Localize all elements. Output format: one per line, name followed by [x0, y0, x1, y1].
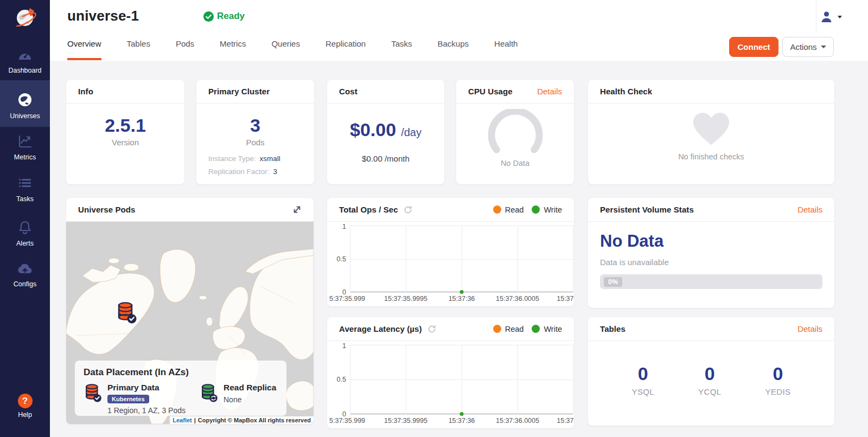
heart-icon [692, 112, 730, 146]
tab-overview[interactable]: Overview [67, 39, 101, 60]
yedis-stat: 0 YEDIS [765, 364, 791, 396]
primary-data-label: Primary Data [107, 383, 186, 393]
status-text: Ready [217, 11, 245, 22]
refresh-icon[interactable] [404, 205, 412, 214]
user-menu[interactable] [820, 11, 842, 23]
write-legend-dot [532, 325, 540, 333]
primary-cluster-map-marker[interactable] [116, 301, 137, 327]
read-replica-detail: None [224, 395, 276, 404]
x-tick: 5:37:35.999 [329, 417, 365, 425]
tab-pods[interactable]: Pods [176, 39, 194, 60]
sidebar-item-label: Metrics [14, 153, 36, 161]
primary-cluster-card: Primary Cluster 3 Pods Instance Type:xsm… [196, 80, 314, 184]
tab-tasks[interactable]: Tasks [391, 39, 412, 60]
expand-icon[interactable] [292, 205, 302, 214]
tab-replication[interactable]: Replication [326, 39, 366, 60]
x-tick: 15:37:36.0005 [496, 295, 539, 303]
sidebar-item-universes[interactable]: Universes [0, 80, 50, 127]
read-legend-dot [493, 205, 501, 214]
average-latency-card: Average Latency (µs) Read Write 1 0.5 [327, 317, 574, 428]
tables-details-link[interactable]: Details [797, 324, 822, 333]
tab-metrics[interactable]: Metrics [220, 39, 246, 60]
tab-tables[interactable]: Tables [127, 39, 150, 60]
chart-title: Average Latency (µs) [339, 324, 422, 333]
cost-per-day-value: $0.00 [350, 120, 396, 140]
tab-queries[interactable]: Queries [271, 39, 300, 60]
sidebar-item-label: Configs [14, 280, 36, 288]
cpu-details-link[interactable]: Details [537, 87, 562, 96]
card-title: Primary Cluster [208, 87, 270, 96]
sidebar-item-configs[interactable]: Configs [0, 258, 50, 292]
data-placement-panel: Data Placement (In AZs) Primary Data Kub… [75, 361, 286, 416]
persistent-volume-card: Persistent Volume Stats Details No Data … [588, 198, 834, 308]
sidebar-item-alerts[interactable]: Alerts [0, 215, 50, 249]
y-tick: 0.5 [337, 376, 346, 383]
cost-card: Cost $0.00 /day $0.00 /month [327, 80, 444, 184]
card-title: Tables [600, 324, 626, 333]
total-ops-card: Total Ops / Sec Read Write 1 0.5 0 [327, 198, 574, 306]
page-title: universe-1 [67, 8, 139, 24]
chart-legend: Read Write [493, 205, 562, 214]
header-divider [816, 0, 816, 33]
kubernetes-badge: Kubernetes [107, 395, 149, 403]
write-data-point [460, 412, 464, 416]
card-title: Persistent Volume Stats [600, 205, 694, 214]
x-tick: 15:37: [557, 417, 574, 425]
sidebar-item-help[interactable]: ? Help [0, 389, 50, 425]
chevron-down-icon [821, 46, 826, 48]
latency-chart[interactable]: 1 0.5 0 5:37:35.999 15:37:35.9995 15:37:… [327, 341, 574, 428]
leaflet-link[interactable]: Leaflet [173, 417, 192, 423]
ycql-stat: 0 YCQL [698, 364, 721, 396]
pvs-details-link[interactable]: Details [797, 205, 822, 214]
metrics-chart-icon [17, 134, 33, 151]
x-tick: 5:37:35.999 [329, 295, 365, 303]
world-map[interactable]: Data Placement (In AZs) Primary Data Kub… [66, 222, 314, 424]
sidebar-item-metrics[interactable]: Metrics [0, 130, 50, 164]
connect-button[interactable]: Connect [729, 37, 778, 57]
cost-unit: /day [401, 126, 422, 139]
tab-backups[interactable]: Backups [438, 39, 469, 60]
primary-data-detail: 1 Region, 1 AZ, 3 Pods [107, 406, 186, 415]
pods-caption: Pods [246, 138, 264, 147]
sidebar-item-tasks[interactable]: Tasks [0, 173, 50, 207]
sidebar-item-label: Dashboard [8, 67, 41, 74]
primary-data-block: Primary Data Kubernetes 1 Region, 1 AZ, … [84, 383, 186, 415]
universes-globe-icon [17, 92, 33, 110]
tables-card: Tables Details 0 YSQL 0 YCQL 0 YEDIS [588, 317, 834, 426]
sidebar-item-dashboard[interactable]: Dashboard [0, 43, 50, 77]
y-tick: 1 [342, 342, 346, 350]
sidebar-item-label: Tasks [16, 195, 34, 203]
version-value: 2.5.1 [105, 115, 146, 136]
write-legend-label: Write [544, 205, 562, 214]
actions-dropdown-button[interactable]: Actions [782, 37, 834, 57]
ops-chart[interactable]: 1 0.5 0 5:37:35.999 15:37:35.9995 15:37:… [327, 222, 574, 306]
y-tick: 0.5 [337, 255, 346, 263]
gauge-arc-icon [483, 109, 548, 159]
help-question-icon: ? [18, 394, 33, 408]
y-tick: 1 [342, 223, 346, 230]
user-avatar-icon [820, 11, 833, 23]
tab-health[interactable]: Health [494, 39, 518, 60]
sidebar: Dashboard Universes Metrics [0, 0, 50, 437]
card-title: CPU Usage [468, 87, 513, 96]
card-title: Universe Pods [78, 205, 136, 214]
read-replica-label: Read Replica [224, 383, 276, 393]
universe-pods-card: Universe Pods [66, 198, 314, 424]
primary-database-icon [84, 383, 102, 403]
x-tick: 15:37:36.0005 [496, 417, 539, 425]
card-title: Health Check [600, 87, 652, 96]
ysql-stat: 0 YSQL [631, 364, 654, 396]
read-legend-dot [493, 325, 501, 333]
replication-factor-row: Replication Factor:3 [208, 168, 302, 176]
ready-check-icon [203, 11, 214, 22]
instance-type-row: Instance Type:xsmall [208, 155, 302, 163]
sidebar-item-label: Help [18, 411, 32, 419]
pvs-progress-label: 0% [604, 277, 622, 287]
topbar: universe-1 Ready Overview Tables Pods Me… [50, 0, 868, 61]
replica-database-icon [200, 383, 218, 403]
yugabyte-logo-icon[interactable] [10, 3, 40, 34]
refresh-icon[interactable] [427, 325, 436, 333]
cpu-empty-text: No Data [501, 159, 529, 168]
sidebar-item-label: Universes [10, 112, 40, 120]
actions-label: Actions [790, 42, 816, 52]
